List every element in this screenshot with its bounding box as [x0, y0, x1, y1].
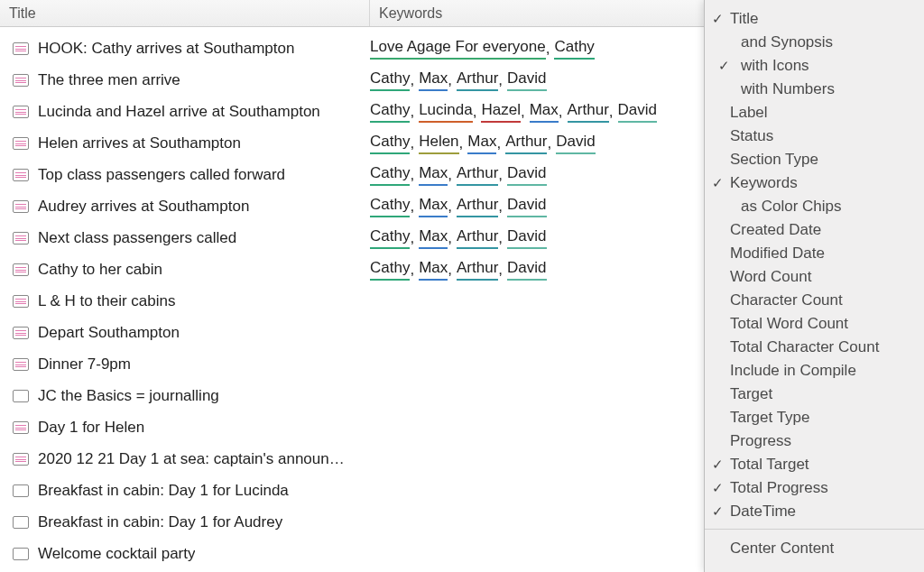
document-icon: [13, 453, 29, 466]
keyword-chip[interactable]: Cathy: [370, 195, 410, 217]
menu-item[interactable]: Target Type: [705, 406, 924, 429]
table-row[interactable]: Dinner 7-9pm: [0, 348, 704, 380]
keyword-chip[interactable]: Cathy: [370, 100, 410, 122]
keyword-chip[interactable]: David: [507, 69, 546, 90]
row-title: JC the Basics = journalling: [38, 387, 219, 405]
menu-item[interactable]: Character Count: [705, 289, 924, 312]
table-row[interactable]: Welcome cocktail party: [0, 538, 704, 569]
keyword-chip[interactable]: Lucinda: [419, 100, 473, 122]
column-header-title[interactable]: Title: [0, 0, 370, 26]
menu-item[interactable]: Label: [705, 101, 924, 125]
menu-item[interactable]: ✓Keywords: [705, 171, 924, 195]
table-row[interactable]: Day 1 for Helen: [0, 411, 704, 443]
table-row[interactable]: The three men arriveCathy,Max,Arthur,Dav…: [0, 64, 704, 96]
keyword-chip[interactable]: Cathy: [370, 163, 410, 185]
keyword-chip[interactable]: Cathy: [370, 258, 410, 280]
keyword-chip[interactable]: Hazel: [481, 100, 520, 122]
menu-item-center-content[interactable]: Center Content: [705, 537, 924, 560]
menu-item[interactable]: Target: [705, 383, 924, 406]
table-row[interactable]: L & H to their cabins: [0, 285, 704, 317]
table-row[interactable]: Lucinda and Hazel arrive at SouthamptonC…: [0, 96, 704, 127]
document-icon: [13, 295, 29, 308]
keyword-chip[interactable]: Arthur: [457, 195, 498, 217]
keyword-chip[interactable]: Max: [530, 100, 559, 122]
keyword-separator: ,: [547, 134, 551, 152]
menu-item[interactable]: ✓DateTime: [705, 500, 924, 523]
document-icon: [13, 106, 29, 118]
menu-item[interactable]: ✓Total Target: [705, 453, 924, 476]
menu-label: as Color Chips: [730, 198, 924, 216]
menu-item[interactable]: Total Word Count: [705, 312, 924, 336]
keyword-chip[interactable]: Max: [419, 226, 448, 248]
menu-label: with Icons: [730, 57, 924, 75]
keyword-chip[interactable]: Cathy: [370, 226, 410, 248]
menu-label: Target: [730, 385, 924, 403]
keyword-chip[interactable]: Cathy: [370, 132, 410, 153]
keyword-chip[interactable]: Arthur: [457, 69, 498, 90]
keyword-chip[interactable]: Cathy: [554, 37, 594, 59]
column-header-keywords[interactable]: Keywords: [370, 0, 704, 26]
keyword-separator: ,: [410, 198, 414, 216]
cell-title: HOOK: Cathy arrives at Southampton: [13, 40, 370, 58]
menu-item[interactable]: Section Type: [705, 148, 924, 171]
menu-label: Center Content: [730, 540, 924, 558]
menu-item[interactable]: Total Character Count: [705, 336, 924, 359]
menu-item[interactable]: and Synopsis: [705, 31, 924, 54]
menu-item[interactable]: Include in Compile: [705, 359, 924, 383]
document-icon: [13, 137, 29, 150]
empty-document-icon: [13, 390, 29, 402]
keyword-chip[interactable]: Cathy: [370, 69, 410, 90]
keyword-chip[interactable]: David: [507, 258, 546, 280]
keyword-chip[interactable]: Arthur: [568, 100, 609, 122]
menu-item[interactable]: as Color Chips: [705, 195, 924, 218]
table-row[interactable]: JC the Basics = journalling: [0, 380, 704, 411]
menu-item[interactable]: ✓with Icons: [705, 54, 924, 78]
menu-item[interactable]: ✓Total Progress: [705, 476, 924, 500]
row-title: L & H to their cabins: [38, 292, 175, 310]
keyword-chip[interactable]: David: [556, 132, 595, 153]
table-row[interactable]: 2020 12 21 Day 1 at sea: captain's annou…: [0, 443, 704, 475]
keyword-chip[interactable]: Arthur: [505, 132, 547, 153]
menu-item[interactable]: with Numbers: [705, 78, 924, 101]
keyword-chip[interactable]: Arthur: [457, 258, 498, 280]
keyword-chip[interactable]: Helen: [419, 132, 458, 153]
menu-item[interactable]: Status: [705, 125, 924, 148]
keyword-chip[interactable]: David: [507, 163, 546, 185]
menu-label: DateTime: [730, 503, 924, 521]
table-row[interactable]: Helen arrives at SouthamptonCathy,Helen,…: [0, 127, 704, 159]
keyword-chip[interactable]: Arthur: [457, 226, 498, 248]
keyword-separator: ,: [410, 166, 414, 184]
keyword-chip[interactable]: Max: [419, 195, 448, 217]
menu-item[interactable]: Word Count: [705, 265, 924, 289]
cell-title: Helen arrives at Southampton: [13, 134, 370, 152]
document-icon: [13, 263, 29, 276]
menu-label: Character Count: [730, 291, 924, 309]
table-row[interactable]: Depart Southampton: [0, 317, 704, 348]
table-row[interactable]: Cathy to her cabinCathy,Max,Arthur,David: [0, 254, 704, 285]
menu-item[interactable]: Progress: [705, 429, 924, 453]
keyword-chip[interactable]: Max: [419, 258, 448, 280]
keyword-separator: ,: [498, 229, 503, 247]
menu-item[interactable]: ✓Title: [705, 7, 924, 31]
table-row[interactable]: Audrey arrives at SouthamptonCathy,Max,A…: [0, 190, 704, 222]
menu-label: Keywords: [730, 174, 924, 192]
keyword-chip[interactable]: Max: [419, 163, 448, 185]
keyword-chip[interactable]: David: [507, 226, 546, 248]
table-row[interactable]: Top class passengers called forwardCathy…: [0, 159, 704, 190]
keyword-chip[interactable]: Max: [419, 69, 448, 90]
keyword-separator: ,: [448, 71, 452, 89]
menu-label: Word Count: [730, 268, 924, 286]
keyword-chip[interactable]: David: [618, 100, 657, 122]
table-row[interactable]: Breakfast in cabin: Day 1 for Audrey: [0, 506, 704, 538]
keyword-chip[interactable]: Love Agage For everyone: [370, 37, 546, 59]
menu-item[interactable]: Modified Date: [705, 242, 924, 265]
cell-title: Lucinda and Hazel arrive at Southampton: [13, 103, 370, 121]
table-row[interactable]: Breakfast in cabin: Day 1 for Lucinda: [0, 475, 704, 506]
table-row[interactable]: Next class passengers calledCathy,Max,Ar…: [0, 222, 704, 254]
cell-title: JC the Basics = journalling: [13, 387, 370, 405]
keyword-chip[interactable]: David: [507, 195, 546, 217]
keyword-chip[interactable]: Arthur: [457, 163, 498, 185]
keyword-chip[interactable]: Max: [467, 132, 496, 153]
menu-item[interactable]: Created Date: [705, 218, 924, 242]
table-row[interactable]: HOOK: Cathy arrives at SouthamptonLove A…: [0, 32, 704, 64]
